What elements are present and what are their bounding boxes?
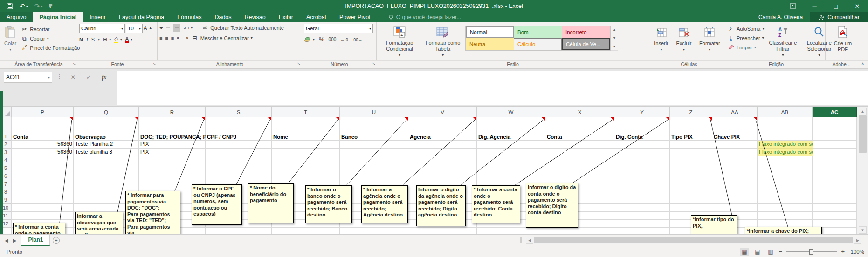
horizontal-scrollbar[interactable]: ◀ ▶ <box>526 236 861 244</box>
cell-AA1[interactable]: Chave PIX <box>712 117 758 141</box>
tab-layout-da-pagina[interactable]: Layout da Página <box>112 12 171 22</box>
tab-acrobat[interactable]: Acrobat <box>300 12 333 22</box>
crie-um-pdf-button[interactable]: Crie um PDF <box>830 24 856 59</box>
maximize-icon[interactable]: ◻ <box>825 0 847 12</box>
colar-button[interactable]: Colar▾ <box>2 24 19 59</box>
name-box[interactable]: AC41▾ <box>4 72 52 83</box>
tab-formulas[interactable]: Fórmulas <box>171 12 208 22</box>
alinhamento-dialog-launcher-icon[interactable]: ↘ <box>297 61 301 66</box>
classificar-filtrar-button[interactable]: AZ Classificar e Filtrar▾ <box>766 24 799 59</box>
share-button[interactable]: Compartilhar <box>810 12 868 22</box>
column-header-X[interactable]: X <box>545 107 614 117</box>
sheet-body[interactable]: 123456789101112ContaObservaçãoDOC; TED; … <box>0 117 857 234</box>
style-incorreto[interactable]: Incorreto <box>562 26 610 38</box>
add-sheet-button[interactable]: + <box>50 235 62 246</box>
font-name-combo[interactable]: Calibri▾ <box>79 24 125 33</box>
collapse-ribbon-icon[interactable]: ∧ <box>861 61 864 66</box>
column-header-AB[interactable]: AB <box>758 107 813 117</box>
page-layout-view-icon[interactable]: ▤ <box>753 248 762 256</box>
cancel-entry-icon[interactable]: ✕ <box>71 74 76 81</box>
tab-pagina-inicial[interactable]: Página Inicial <box>33 12 83 22</box>
column-header-Q[interactable]: Q <box>74 107 139 117</box>
increase-font-icon[interactable]: A▲ <box>144 24 152 32</box>
cell-Q1[interactable]: Observação <box>74 117 139 141</box>
cell-S1[interactable]: CPF / CNPJ <box>206 117 272 141</box>
bold-button[interactable]: N <box>79 35 83 43</box>
wrap-text-button[interactable]: ⏎Quebrar Texto Automaticamente <box>201 24 284 32</box>
cell-P3[interactable]: 56360 <box>12 149 74 156</box>
vertical-scroll-thumb[interactable] <box>859 115 867 153</box>
sheet-nav-left-icon[interactable]: ◀ <box>5 238 8 243</box>
percent-style-icon[interactable]: % <box>319 35 324 43</box>
cell-W1[interactable]: Dig. Agencia <box>477 117 545 141</box>
align-bottom-icon[interactable]: ☰ <box>173 24 181 32</box>
name-box-splitter[interactable]: ⋮ <box>57 74 62 80</box>
cell-Q2[interactable]: Teste Planilha 2 <box>74 141 139 149</box>
borders-icon[interactable]: ⊞▾ <box>103 35 111 43</box>
style-normal[interactable]: Normal <box>466 26 514 38</box>
tab-inserir[interactable]: Inserir <box>83 12 112 22</box>
italic-button[interactable]: I <box>86 35 88 43</box>
normal-view-icon[interactable]: ▦ <box>740 248 749 256</box>
tab-revisao[interactable]: Revisão <box>238 12 272 22</box>
cell-U1[interactable]: Banco <box>340 117 408 141</box>
formula-input[interactable] <box>117 71 868 105</box>
limpar-button[interactable]: Limpar▾ <box>727 43 764 51</box>
autosoma-button[interactable]: ΣAutoSoma ▾ <box>727 25 764 33</box>
underline-button[interactable]: S <box>91 35 95 43</box>
align-middle-icon[interactable]: ☰ <box>166 24 171 32</box>
inserir-button[interactable]: Inserir▾ <box>652 24 671 59</box>
merge-center-button[interactable]: ⊟Mesclar e Centralizar ▾ <box>191 34 253 42</box>
accounting-format-icon[interactable]: ▾ <box>304 35 315 43</box>
customize-qat-icon[interactable]: ═▾ <box>49 4 52 8</box>
comma-style-icon[interactable]: 000 <box>329 35 337 43</box>
scroll-down-icon[interactable]: ▼ <box>859 226 867 234</box>
recortar-button[interactable]: ✂Recortar <box>21 25 80 33</box>
zoom-level[interactable]: 100% <box>848 249 864 255</box>
tab-dados[interactable]: Dados <box>208 12 238 22</box>
account-name[interactable]: Camila A. Oliveira <box>758 14 810 20</box>
column-header-U[interactable]: U <box>340 107 408 117</box>
column-header-W[interactable]: W <box>477 107 545 117</box>
scroll-right-icon[interactable]: ▶ <box>854 237 861 244</box>
cell-X1[interactable]: Conta <box>545 117 614 141</box>
increase-decimal-icon[interactable]: ←.0 <box>340 35 348 43</box>
align-center-icon[interactable]: ≡ <box>165 34 168 42</box>
styles-gallery-scroll[interactable]: ▲▼▼̲ <box>610 26 618 51</box>
clipboard-dialog-launcher-icon[interactable]: ↘ <box>72 61 76 66</box>
close-icon[interactable]: ✕ <box>847 0 868 12</box>
align-left-icon[interactable]: ≡ <box>159 34 162 42</box>
tab-exibir[interactable]: Exibir <box>272 12 300 22</box>
vertical-scrollbar[interactable]: ▲ ▼ <box>857 107 868 234</box>
fill-color-icon[interactable]: ◇▾ <box>114 35 122 43</box>
cell-Y1[interactable]: Dig. Conta <box>614 117 670 141</box>
cell-R1[interactable]: DOC; TED; POUPANCA; PIX <box>139 117 206 141</box>
decrease-indent-icon[interactable]: ⇤ <box>177 34 181 42</box>
conditional-formatting-button[interactable]: ≠ Formatação Condicional▾ <box>379 24 420 59</box>
excluir-button[interactable]: Excluir▾ <box>674 24 694 59</box>
column-header-AC[interactable]: AC <box>813 107 857 117</box>
column-header-Y[interactable]: Y <box>614 107 670 117</box>
zoom-out-icon[interactable]: − <box>779 248 783 255</box>
cell-P2[interactable]: 56360 <box>12 141 74 149</box>
page-break-view-icon[interactable]: ▥ <box>766 248 775 256</box>
align-right-icon[interactable]: ≡ <box>171 34 174 42</box>
sheet-tab-plan1[interactable]: Plan1 <box>21 235 50 246</box>
sheet-nav-right-icon[interactable]: ▶ <box>13 238 17 243</box>
ribbon-display-options-icon[interactable] <box>782 0 804 12</box>
tell-me-box[interactable]: O que você deseja fazer... <box>377 12 461 22</box>
style-neutra[interactable]: Neutra <box>466 38 514 50</box>
column-header-P[interactable]: P <box>12 107 74 117</box>
column-header-S[interactable]: S <box>206 107 272 117</box>
font-size-combo[interactable]: 10▾ <box>126 24 143 33</box>
minimize-icon[interactable]: ─ <box>804 0 825 12</box>
cell-T1[interactable]: Nome <box>272 117 340 141</box>
insert-function-icon[interactable]: fx <box>102 74 106 81</box>
copiar-button[interactable]: ⧉Copiar ▾ <box>21 34 80 42</box>
cell-R2[interactable]: PIX <box>139 141 206 149</box>
column-header-Z[interactable]: Z <box>670 107 712 117</box>
cell-Q3[interactable]: Teste planilha 3 <box>74 149 139 156</box>
scroll-up-icon[interactable]: ▲ <box>859 108 867 115</box>
confirm-entry-icon[interactable]: ✓ <box>86 74 91 81</box>
cell-P1[interactable]: Conta <box>12 117 74 141</box>
